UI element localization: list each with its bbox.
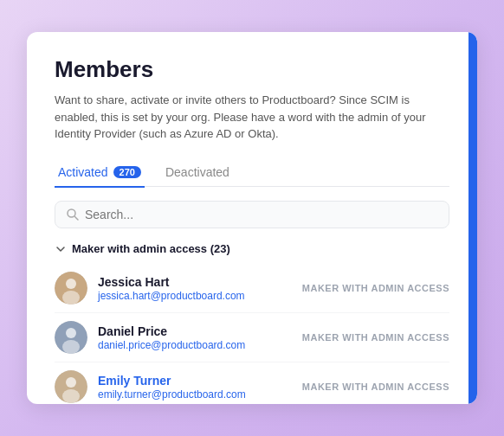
- member-left: Jessica Hart jessica.hart@productboard.c…: [55, 272, 245, 305]
- member-name[interactable]: Emily Turner: [98, 374, 246, 388]
- svg-point-0: [68, 209, 75, 217]
- member-row: Jessica Hart jessica.hart@productboard.c…: [55, 264, 449, 313]
- search-bar[interactable]: [55, 201, 449, 228]
- svg-point-4: [62, 291, 80, 305]
- svg-point-9: [66, 377, 76, 388]
- page-description: Want to share, activate or invite others…: [55, 92, 449, 143]
- tab-activated-label: Activated: [58, 165, 108, 179]
- tab-activated-badge: 270: [113, 166, 141, 178]
- avatar: [55, 321, 87, 354]
- member-list: Jessica Hart jessica.hart@productboard.c…: [55, 264, 449, 404]
- avatar: [55, 370, 87, 403]
- member-role: MAKER WITH ADMIN ACCESS: [302, 283, 449, 293]
- search-input[interactable]: [85, 208, 438, 221]
- member-left: Daniel Price daniel.price@productboard.c…: [55, 321, 245, 354]
- member-role: MAKER WITH ADMIN ACCESS: [302, 332, 449, 343]
- blue-accent-bar: [468, 32, 477, 404]
- svg-point-10: [62, 389, 80, 403]
- tab-activated[interactable]: Activated 270: [55, 158, 145, 188]
- member-email[interactable]: daniel.price@productboard.com: [98, 339, 245, 351]
- avatar: [55, 272, 87, 305]
- group-label: Maker with admin access (23): [72, 242, 230, 255]
- member-info: Jessica Hart jessica.hart@productboard.c…: [98, 275, 245, 302]
- member-email[interactable]: jessica.hart@productboard.com: [98, 290, 245, 302]
- member-name[interactable]: Jessica Hart: [98, 275, 245, 289]
- search-icon: [66, 208, 80, 221]
- member-row: Daniel Price daniel.price@productboard.c…: [55, 313, 449, 362]
- svg-point-7: [62, 340, 80, 354]
- group-header: Maker with admin access (23): [55, 242, 449, 255]
- page-title: Members: [55, 56, 449, 83]
- member-name[interactable]: Daniel Price: [98, 324, 245, 338]
- svg-point-3: [66, 279, 76, 289]
- member-info: Daniel Price daniel.price@productboard.c…: [98, 324, 245, 351]
- member-email[interactable]: emily.turner@productboard.com: [98, 388, 246, 401]
- member-row: Emily Turner emily.turner@productboard.c…: [55, 362, 449, 404]
- member-left: Emily Turner emily.turner@productboard.c…: [55, 370, 246, 403]
- tab-deactivated[interactable]: Deactivated: [162, 158, 233, 188]
- chevron-down-icon: [55, 243, 67, 255]
- tab-deactivated-label: Deactivated: [165, 165, 229, 179]
- members-card: Members Want to share, activate or invit…: [27, 32, 477, 404]
- member-info: Emily Turner emily.turner@productboard.c…: [98, 374, 246, 401]
- svg-line-1: [75, 217, 79, 221]
- member-role: MAKER WITH ADMIN ACCESS: [302, 382, 449, 392]
- svg-point-6: [66, 328, 76, 338]
- tab-bar: Activated 270 Deactivated: [55, 158, 449, 188]
